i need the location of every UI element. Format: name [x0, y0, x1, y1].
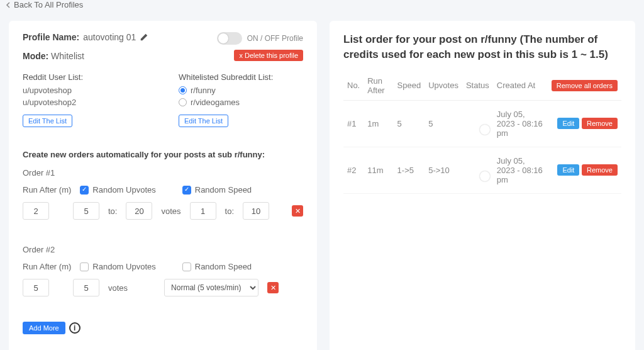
- mode-value: Whitelist: [51, 51, 84, 61]
- run-after-label: Run After (m): [23, 262, 71, 271]
- cell-no: #1: [343, 100, 364, 147]
- random-speed-label: Random Speed: [195, 262, 252, 271]
- upvotes-from-input[interactable]: [73, 202, 99, 220]
- run-after-label: Run After (m): [23, 185, 71, 195]
- list-item[interactable]: r/videogames: [179, 98, 303, 107]
- votes-input[interactable]: [73, 279, 99, 296]
- random-upvotes-label: Random Upvotes: [92, 262, 155, 271]
- cell-upvotes: 5->10: [425, 147, 462, 193]
- edit-row-button[interactable]: Edit: [557, 164, 579, 176]
- create-orders-title: Create new orders automatically for your…: [23, 150, 303, 159]
- orders-table: No. Run After Speed Upvotes Status Creat…: [343, 71, 621, 194]
- reddit-user-list-title: Reddit User List:: [23, 72, 147, 82]
- col-upvotes: Upvotes: [425, 71, 462, 101]
- col-speed: Speed: [394, 71, 425, 101]
- delete-profile-button[interactable]: x Delete this profile: [234, 50, 303, 61]
- col-run-after: Run After: [364, 71, 393, 101]
- to-label: to:: [225, 206, 234, 216]
- cell-no: #2: [343, 147, 364, 193]
- order2-label: Order #2: [23, 245, 303, 254]
- speed-to-input[interactable]: [243, 202, 269, 220]
- add-more-button[interactable]: Add More: [23, 322, 65, 334]
- votes-label: votes: [161, 206, 180, 216]
- whitelist-title: Whitelisted Subreddit List:: [179, 72, 303, 82]
- radio-icon[interactable]: [179, 98, 187, 106]
- remove-all-button[interactable]: Remove all orders: [552, 80, 618, 91]
- col-created: Created At: [493, 71, 548, 101]
- random-speed-label: Random Speed: [195, 185, 252, 195]
- cell-run-after: 1m: [364, 100, 393, 147]
- run-after-input[interactable]: [23, 279, 49, 296]
- cell-upvotes: 5: [425, 100, 462, 147]
- cell-speed: 5: [394, 100, 425, 147]
- cell-created: July 05, 2023 - 08:16 pm: [493, 100, 548, 147]
- random-upvotes-checkbox[interactable]: [80, 262, 89, 271]
- profile-toggle[interactable]: [217, 32, 242, 45]
- list-item: u/upvoteshop: [23, 86, 147, 95]
- onoff-label: ON / OFF Profile: [247, 34, 303, 43]
- subreddit-name: r/videogames: [191, 98, 240, 107]
- back-link[interactable]: Back To All Profiles: [5, 0, 83, 9]
- remove-row-button[interactable]: Remove: [582, 164, 618, 176]
- random-speed-checkbox[interactable]: [182, 262, 191, 271]
- random-upvotes-checkbox[interactable]: [80, 186, 89, 195]
- speed-select[interactable]: Normal (5 votes/min): [164, 279, 258, 296]
- cell-created: July 05, 2023 - 08:16 pm: [493, 147, 548, 193]
- chevron-left-icon: [5, 2, 11, 8]
- remove-row-button[interactable]: Remove: [582, 118, 618, 129]
- table-row: #2 11m 1->5 5->10 July 05, 2023 - 08:16 …: [343, 147, 621, 193]
- edit-subreddit-list-button[interactable]: Edit The List: [179, 115, 228, 127]
- profile-panel: Profile Name: autovoting 01 Mode: Whitel…: [9, 21, 317, 350]
- radio-icon[interactable]: [179, 86, 187, 94]
- speed-from-input[interactable]: [190, 202, 216, 220]
- edit-icon[interactable]: [140, 33, 148, 42]
- order1-label: Order #1: [23, 168, 303, 178]
- mode-label: Mode:: [23, 51, 48, 61]
- subreddit-name: r/funny: [191, 86, 216, 95]
- edit-row-button[interactable]: Edit: [557, 118, 579, 129]
- remove-order-button[interactable]: ✕: [267, 282, 279, 293]
- random-upvotes-label: Random Upvotes: [92, 185, 155, 195]
- profile-name-label: Profile Name:: [23, 32, 79, 42]
- upvotes-to-input[interactable]: [126, 202, 152, 220]
- orders-panel: List order for your post on r/funny (The…: [330, 21, 635, 350]
- list-item[interactable]: r/funny: [179, 86, 303, 95]
- back-link-label: Back To All Profiles: [14, 0, 83, 9]
- remove-order-button[interactable]: ✕: [292, 205, 303, 217]
- orders-title: List order for your post on r/funny (The…: [343, 32, 621, 62]
- to-label: to:: [108, 206, 117, 216]
- col-status: Status: [462, 71, 493, 101]
- table-row: #1 1m 5 5 July 05, 2023 - 08:16 pm Edit …: [343, 100, 621, 147]
- votes-label: votes: [108, 283, 128, 293]
- edit-user-list-button[interactable]: Edit The List: [23, 115, 72, 127]
- profile-name-value: autovoting 01: [83, 32, 136, 42]
- info-icon[interactable]: i: [69, 322, 80, 334]
- cell-speed: 1->5: [394, 147, 425, 193]
- col-no: No.: [343, 71, 364, 101]
- run-after-input[interactable]: [23, 202, 49, 220]
- cell-run-after: 11m: [364, 147, 393, 193]
- list-item: u/upvoteshop2: [23, 98, 147, 107]
- random-speed-checkbox[interactable]: [182, 186, 191, 195]
